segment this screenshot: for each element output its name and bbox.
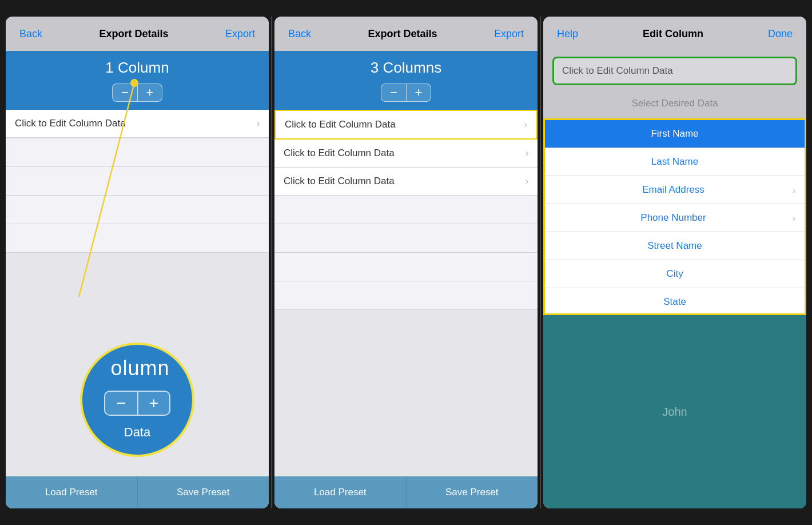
select-desired-label: Select Desired Data xyxy=(552,93,797,114)
zoom-circle: olumn − + Data xyxy=(80,343,194,457)
bottom-bar-1: Load Preset Save Preset xyxy=(6,476,269,508)
blue-header-2: 3 Columns − + xyxy=(274,51,538,110)
back-button-1[interactable]: Back xyxy=(15,26,47,42)
back-button-2[interactable]: Back xyxy=(284,26,316,42)
data-item-street[interactable]: Street Name xyxy=(545,232,805,260)
separator-2 xyxy=(540,17,541,508)
preview-text: John xyxy=(662,405,687,419)
data-item-email[interactable]: Email Address › xyxy=(545,176,805,204)
list-item-text-2-0: Click to Edit Column Data xyxy=(285,119,396,130)
zoom-stepper-row: − + xyxy=(104,391,170,416)
nav-title-1: Export Details xyxy=(99,28,168,40)
column-count-1: 1 Column xyxy=(105,59,169,77)
data-item-text-3: Phone Number xyxy=(554,212,793,224)
list-item-1-0[interactable]: Click to Edit Column Data › xyxy=(6,110,269,138)
chevron-icon-2-0: › xyxy=(524,120,527,130)
list-item-2-1[interactable]: Click to Edit Column Data › xyxy=(274,140,538,168)
yellow-dot xyxy=(130,79,138,87)
screen-3: Help Edit Column Done Click to Edit Colu… xyxy=(543,17,806,508)
help-button-3[interactable]: Help xyxy=(552,26,583,42)
zoom-text: olumn xyxy=(105,356,169,380)
data-item-text-2: Email Address xyxy=(554,184,793,196)
save-preset-button-2[interactable]: Save Preset xyxy=(407,476,538,508)
edit-column-input[interactable]: Click to Edit Column Data xyxy=(552,57,797,85)
chevron-icon-1-0: › xyxy=(257,118,260,129)
data-item-text-1: Last Name xyxy=(554,156,795,168)
list-item-2-2[interactable]: Click to Edit Column Data › xyxy=(274,168,538,196)
zoom-data-text: Data xyxy=(124,425,150,440)
column-count-2: 3 Columns xyxy=(371,59,441,77)
nav-bar-2: Back Export Details Export xyxy=(274,17,538,51)
data-item-text-0: First Name xyxy=(554,128,795,140)
stepper-increment-2[interactable]: + xyxy=(406,83,431,102)
preview-area: John xyxy=(543,315,806,508)
list-item-text-1-0: Click to Edit Column Data xyxy=(15,118,126,129)
zoom-minus-icon: − xyxy=(104,391,137,416)
data-item-last-name[interactable]: Last Name xyxy=(545,148,805,176)
chevron-icon-2-2: › xyxy=(526,176,528,186)
data-item-city[interactable]: City xyxy=(545,260,805,288)
list-item-text-2-2: Click to Edit Column Data xyxy=(284,176,395,187)
save-preset-button-1[interactable]: Save Preset xyxy=(138,476,269,508)
nav-bar-1: Back Export Details Export xyxy=(6,17,269,51)
chevron-email-icon: › xyxy=(793,185,795,195)
chevron-phone-icon: › xyxy=(793,213,795,223)
data-item-phone[interactable]: Phone Number › xyxy=(545,204,805,232)
load-preset-button-1[interactable]: Load Preset xyxy=(6,476,138,508)
data-item-text-6: State xyxy=(554,296,795,308)
edit-column-header: Click to Edit Column Data xyxy=(543,51,806,91)
screen-2: Back Export Details Export 3 Columns − +… xyxy=(274,17,538,508)
bottom-bar-2: Load Preset Save Preset xyxy=(274,476,538,508)
export-button-2[interactable]: Export xyxy=(489,26,528,42)
data-item-text-4: Street Name xyxy=(554,240,795,252)
nav-title-2: Export Details xyxy=(368,28,437,40)
data-item-first-name[interactable]: First Name xyxy=(545,120,805,148)
list-item-2-0[interactable]: Click to Edit Column Data › xyxy=(274,110,538,140)
stepper-row-1: − + xyxy=(112,83,162,102)
stepper-row-2: − + xyxy=(381,83,431,102)
screens-container: Back Export Details Export 1 Column − + … xyxy=(0,0,812,525)
nav-bar-3: Help Edit Column Done xyxy=(543,17,806,51)
done-button-3[interactable]: Done xyxy=(763,26,797,42)
list-item-text-2-1: Click to Edit Column Data xyxy=(284,148,395,159)
data-item-text-5: City xyxy=(554,268,795,280)
separator-1 xyxy=(271,17,272,508)
select-desired-container: Select Desired Data xyxy=(543,91,806,118)
screen-1: Back Export Details Export 1 Column − + … xyxy=(6,17,269,508)
chevron-icon-2-1: › xyxy=(526,148,528,158)
data-list: First Name Last Name Email Address › Pho… xyxy=(543,118,806,315)
stepper-increment-1[interactable]: + xyxy=(137,83,162,102)
load-preset-button-2[interactable]: Load Preset xyxy=(274,476,407,508)
nav-title-3: Edit Column xyxy=(643,28,703,40)
stepper-decrement-2[interactable]: − xyxy=(381,83,406,102)
list-section-2: Click to Edit Column Data › Click to Edi… xyxy=(274,110,538,476)
data-item-state[interactable]: State xyxy=(545,288,805,315)
zoom-plus-icon: + xyxy=(137,391,170,416)
export-button-1[interactable]: Export xyxy=(221,26,260,42)
